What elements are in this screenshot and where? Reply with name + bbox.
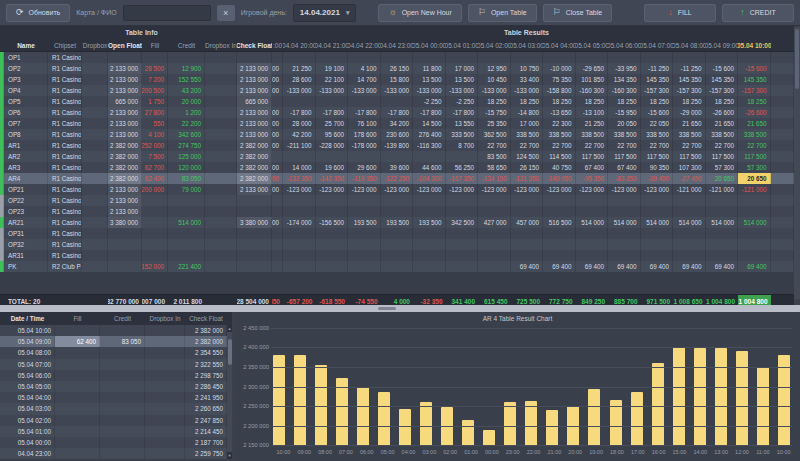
- column-header-time[interactable]: 05.04 03:00: [511, 39, 544, 51]
- scroll-up-arrow[interactable]: ▲: [227, 325, 232, 332]
- detail-table-row[interactable]: 04.04 23:002 259 750: [0, 448, 232, 459]
- cell-chipset: R1 Casino: [48, 85, 82, 96]
- detail-table-row[interactable]: 05.04 05:002 286 450: [0, 381, 232, 392]
- column-header-time[interactable]: 05.04 09:00: [706, 39, 739, 51]
- cell-result: [576, 250, 609, 261]
- detail-column-header[interactable]: Check Float: [185, 315, 227, 322]
- flag-icon: ⚐: [478, 8, 486, 17]
- table-row[interactable]: AR1R1 Casino2 382 000252 000274 7502 382…: [0, 140, 794, 151]
- column-header-time[interactable]: 05.04 05:00: [576, 39, 609, 51]
- horizontal-splitter[interactable]: [0, 305, 800, 312]
- table-row[interactable]: PKR2 Club Poker152 000221 40069 40069 40…: [0, 261, 794, 272]
- main-vertical-scrollbar[interactable]: [794, 27, 800, 299]
- cell-dropbox-in: [205, 206, 237, 217]
- column-header-time[interactable]: 05.04 10:00: [738, 39, 771, 51]
- cell-result: 14 500: [413, 118, 446, 129]
- search-input[interactable]: [123, 5, 211, 21]
- column-header-time[interactable]: 05.04 01:00: [446, 39, 479, 51]
- column-header-time[interactable]: 05.04 00:00: [413, 39, 446, 51]
- detail-table-row[interactable]: 05.04 00:002 187 700: [0, 437, 232, 448]
- table-row[interactable]: OP2R1 Casino2 133 00028 50012 9002 133 0…: [0, 63, 794, 74]
- gridline: [271, 347, 792, 348]
- cell-result: -211 100: [283, 140, 316, 151]
- column-header-check-float[interactable]: Check Float: [237, 39, 272, 51]
- table-row[interactable]: OP5R1 Casino665 0001 75020 000665 000-2 …: [0, 96, 794, 107]
- refresh-button[interactable]: ⟳ Обновить: [6, 4, 70, 22]
- column-header-time[interactable]: 05.04 04:00: [543, 39, 576, 51]
- open-new-hour-button[interactable]: ☼ Open New Hour: [378, 4, 461, 22]
- cell-result: 117 500: [576, 151, 609, 162]
- detail-table-row[interactable]: 05.04 04:002 241 950: [0, 392, 232, 403]
- table-row[interactable]: OP31R1 Casino: [0, 228, 794, 239]
- column-header-dropbox[interactable]: Dropbox: [82, 39, 108, 51]
- date-picker[interactable]: 14.04.2021 ▾: [293, 4, 357, 22]
- scrollbar-thumb[interactable]: [228, 339, 232, 365]
- table-row[interactable]: OP32R1 Casino: [0, 239, 794, 250]
- column-header-fill[interactable]: Fill: [142, 39, 168, 51]
- column-header-time[interactable]: 05.04 08:00: [673, 39, 706, 51]
- table-row[interactable]: AR3R1 Casino2 382 00062 700120 0002 382 …: [0, 162, 794, 173]
- cell-result: [272, 52, 283, 63]
- cell-result: -140 050: [543, 173, 576, 184]
- cell-result: -142 350: [316, 173, 349, 184]
- detail-table-row[interactable]: 05.04 03:002 260 650: [0, 403, 232, 414]
- column-header-time[interactable]: :00: [272, 39, 283, 51]
- credit-button[interactable]: ↑ CREDIT: [722, 4, 794, 22]
- close-table-button[interactable]: ⚐ Close Table: [543, 4, 613, 22]
- column-header-time[interactable]: 05.04 06:00: [608, 39, 641, 51]
- open-table-button[interactable]: ⚐ Open Table: [468, 4, 537, 22]
- detail-column-header[interactable]: Dropbox In: [145, 315, 185, 322]
- detail-table-row[interactable]: 05.04 02:002 247 850: [0, 415, 232, 426]
- cell-result: [478, 261, 511, 272]
- column-header-time[interactable]: 04.04 22:00: [348, 39, 381, 51]
- table-row[interactable]: OP7R1 Casino2 133 00055022 2002 133 0001…: [0, 118, 794, 129]
- table-row[interactable]: OP8R1 Casino2 133 0004 100342 6002 133 0…: [0, 129, 794, 140]
- cell-result: [413, 52, 446, 63]
- table-row[interactable]: OP23R1 Casino2 133 000: [0, 206, 794, 217]
- cell-dropbox: [82, 129, 108, 140]
- detail-column-header[interactable]: Fill: [55, 315, 100, 322]
- scroll-down-arrow[interactable]: ▼: [227, 452, 232, 459]
- column-header-credit[interactable]: Credit: [168, 39, 205, 51]
- table-row[interactable]: OP6R1 Casino2 133 00027 8001 2002 133 00…: [0, 107, 794, 118]
- column-header-time[interactable]: 04.04 23:00: [381, 39, 414, 51]
- column-header-time[interactable]: 05.04 02:00: [478, 39, 511, 51]
- cell-result: [576, 206, 609, 217]
- column-header-open-float[interactable]: Open Float: [108, 39, 142, 51]
- cell-result: 516 500: [543, 217, 576, 228]
- cell-credit: [100, 426, 145, 437]
- table-row[interactable]: OP4R1 Casino2 133 000200 50043 2002 133 …: [0, 85, 794, 96]
- table-row[interactable]: AR2R1 Casino2 382 0007 500125 0002 382 0…: [0, 151, 794, 162]
- table-row[interactable]: OP3R1 Casino2 133 0007 200152 5502 133 0…: [0, 74, 794, 85]
- column-header-dropbox-in[interactable]: Dropbox In: [205, 39, 237, 51]
- table-row[interactable]: AR31R1 Casino: [0, 250, 794, 261]
- cell-filler: [771, 140, 795, 151]
- cell-check-float: 2 133 000: [237, 63, 272, 74]
- detail-table-row[interactable]: 05.04 06:002 298 750: [0, 370, 232, 381]
- detail-table-row[interactable]: 05.04 01:002 214 450: [0, 426, 232, 437]
- table-row[interactable]: OP22R1 Casino2 133 000: [0, 195, 794, 206]
- column-header-time[interactable]: 04.04 20:00: [283, 39, 316, 51]
- detail-table-row[interactable]: 05.04 09:0062 40083 0502 382 000: [0, 336, 232, 347]
- table-row[interactable]: AR21R1 Casino3 380 000514 0003 380 0001 …: [0, 217, 794, 228]
- table-row[interactable]: OP1R1 Casino: [0, 52, 794, 63]
- cell-result: -133 000: [478, 85, 511, 96]
- column-header-time[interactable]: 05.04 07:00: [641, 39, 674, 51]
- cell-result: 39 600: [381, 162, 414, 173]
- detail-table-row[interactable]: 05.04 10:002 382 000: [0, 325, 232, 336]
- detail-table-row[interactable]: 05.04 08:002 354 550: [0, 347, 232, 358]
- column-header-name[interactable]: Name: [4, 39, 48, 51]
- table-row[interactable]: AR4R1 Casino2 382 00062 40083 0502 382 0…: [0, 173, 794, 184]
- fill-button[interactable]: ↓ FILL: [644, 4, 716, 22]
- detail-column-header[interactable]: Credit: [100, 315, 145, 322]
- splitter-handle[interactable]: [378, 307, 396, 310]
- column-header-time[interactable]: 04.04 21:00: [316, 39, 349, 51]
- detail-column-header[interactable]: Date / Time: [0, 315, 55, 322]
- clear-search-button[interactable]: ×: [217, 5, 235, 21]
- column-header-chipset[interactable]: Chipset: [48, 39, 82, 51]
- column-header-filler: [771, 39, 795, 51]
- detail-table-row[interactable]: 05.04 07:002 322 550: [0, 359, 232, 370]
- table-row[interactable]: OP21R1 Casino2 133 000200 00079 0002 133…: [0, 184, 794, 195]
- cell-result: -11 250: [673, 63, 706, 74]
- detail-vertical-scrollbar[interactable]: ▲ ▼: [227, 325, 232, 459]
